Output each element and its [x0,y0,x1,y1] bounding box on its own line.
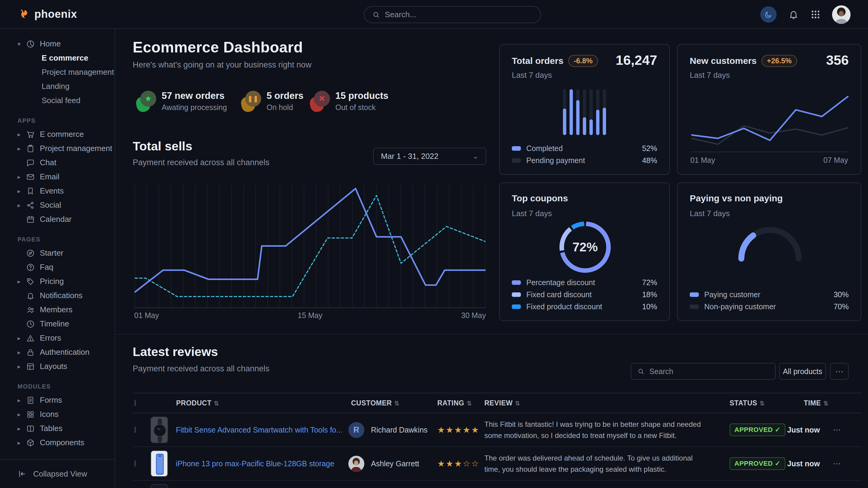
reviews-more-button[interactable]: ⋯ [830,363,849,380]
sidebar-item-home[interactable]: ▾Home [0,37,115,51]
layout-icon [26,362,40,371]
legend-value: 30% [834,290,849,299]
sidebar-item-label: Calendar [40,215,72,224]
top-navbar: phoenix [0,0,868,29]
column-header-rating[interactable]: RATING⇅ [437,399,484,407]
sidebar-section-label: PAGES [0,236,115,243]
column-header-product[interactable]: PRODUCT⇅ [151,399,348,407]
sort-icon: ⇅ [394,400,399,406]
legend-label: Pending payment [526,156,585,165]
sidebar-item-icons[interactable]: ▸Icons [0,407,115,421]
caret-icon: ▸ [18,397,26,404]
theme-toggle-button[interactable] [760,6,777,23]
brand[interactable]: phoenix [18,8,77,21]
paying-gauge-chart [734,227,806,267]
sidebar-item-starter[interactable]: Starter [0,246,115,260]
sidebar-item-timeline[interactable]: Timeline [0,317,115,331]
x-label: 01 May [690,156,715,165]
global-search-input[interactable] [385,10,533,19]
x-label: 30 May [461,311,486,320]
column-header-customer[interactable]: CUSTOMER⇅ [348,399,437,407]
sidebar-item-faq[interactable]: Faq [0,260,115,274]
column-header-time[interactable]: TIME⇅ [787,399,833,407]
sidebar-item-chat[interactable]: Chat [0,156,115,170]
row-more-button[interactable]: ⋯ [833,459,862,468]
sidebar-item-calendar[interactable]: Calendar [0,212,115,226]
file-icon [26,396,40,405]
legend-row: Paying customer30% [690,289,849,300]
sidebar-item-errors[interactable]: ▸Errors [0,331,115,345]
sidebar-item-pricing[interactable]: ▸Pricing [0,274,115,289]
user-avatar[interactable] [832,5,850,24]
date-range-select[interactable]: Mar 1 - 31, 2022 ⌄ [373,148,486,165]
sidebar-item-layouts[interactable]: ▸Layouts [0,359,115,373]
bar [590,89,593,135]
caret-icon: ▸ [18,145,26,152]
total-sells-x-axis: 01 May 15 May 30 May [134,311,486,320]
sidebar-item-label: Project management [40,144,112,153]
search-icon [637,368,645,375]
product-link[interactable]: Fitbit Sense Advanced Smartwatch with To… [176,426,343,434]
customer-avatar [348,456,364,472]
sidebar-item-project-management[interactable]: ▸Project management [0,141,115,156]
sidebar-item-events[interactable]: ▸Events [0,184,115,198]
customer-avatar: R [348,422,364,438]
row-checkbox[interactable] [134,460,136,466]
review-time: Just now [787,459,833,468]
reviews-search-input[interactable] [649,367,769,376]
sidebar-item-label: Errors [40,333,61,343]
customer-name: Richard Dawkins [371,426,428,434]
sidebar-item-components[interactable]: ▸Components [0,435,115,450]
sidebar-item-forms[interactable]: ▸Forms [0,393,115,407]
sidebar-item-label: Notifications [40,291,83,300]
caret-icon: ▸ [18,425,26,432]
column-header-status[interactable]: STATUS⇅ [730,399,787,407]
sidebar-item-authentication[interactable]: ▸Authentication [0,345,115,359]
row-more-button[interactable]: ⋯ [833,425,862,435]
caret-icon: ▸ [18,131,26,138]
sidebar-item-email[interactable]: ▸Email [0,170,115,184]
sort-icon: ⇅ [824,400,829,406]
row-checkbox[interactable] [134,426,136,433]
sidebar-subitem-e-commerce[interactable]: E commerce [0,51,115,65]
card-period: Last 7 days [512,70,552,80]
product-link[interactable]: iPhone 13 pro max-Pacific Blue-128GB sto… [176,459,334,468]
apps-grid-icon[interactable] [810,9,820,20]
rating-stars: ★★★★★ [437,425,484,435]
all-products-button[interactable]: All products [779,363,826,380]
sidebar-item-e-commerce[interactable]: ▸E commerce [0,127,115,141]
new-customers-value: 356 [826,53,849,68]
legend-value: 72% [642,278,657,287]
sidebar-subitem-project-management[interactable]: Project management [0,65,115,79]
sidebar-item-label: Members [40,305,72,314]
legend-label: Paying customer [704,290,760,299]
customer-name: Ashley Garrett [371,459,419,468]
collapsed-view-toggle[interactable]: Collapsed View [0,459,115,488]
sidebar-item-social[interactable]: ▸Social [0,198,115,212]
sidebar-item-members[interactable]: Members [0,303,115,317]
sidebar-item-label: Components [40,438,84,447]
legend-value: 48% [642,156,657,165]
legend-row: Non-paying customer70% [690,300,849,313]
x-label: 01 May [134,311,159,320]
box-icon [26,438,40,447]
legend-label: Percentage discount [526,278,595,287]
review-row [133,481,862,488]
status-badge: APPROVED ✓ [730,457,785,470]
x-label: 07 May [824,156,848,165]
sidebar-subitem-landing[interactable]: Landing [0,79,115,93]
notifications-bell-icon[interactable] [788,9,799,20]
new-orders-star-icon: ★ [136,91,156,112]
caret-icon: ▸ [18,349,26,356]
coupons-legend: Percentage discount72%Fixed card discoun… [512,276,657,313]
trend-badge: +26.5% [762,55,797,67]
select-all-checkbox[interactable] [134,400,136,406]
legend-swatch [690,304,699,309]
sidebar-item-notifications[interactable]: Notifications [0,289,115,303]
caret-icon: ▸ [18,334,26,342]
sidebar-item-tables[interactable]: ▸Tables [0,421,115,435]
orders-legend: Completed52%Pending payment48% [512,142,657,166]
column-header-review[interactable]: REVIEW⇅ [484,399,730,407]
moon-icon [764,10,773,19]
sidebar-subitem-social-feed[interactable]: Social feed [0,93,115,108]
